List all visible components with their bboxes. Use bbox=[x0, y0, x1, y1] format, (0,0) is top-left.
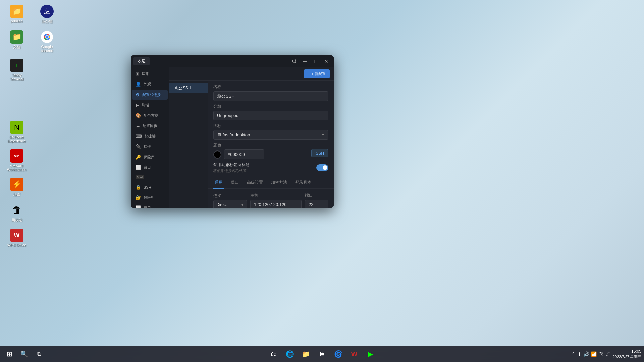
vault-icon: 🔑 bbox=[136, 155, 141, 160]
color-input[interactable] bbox=[224, 149, 264, 159]
config-list-item[interactable]: 愈公SSH bbox=[169, 83, 208, 93]
toggle-info: 禁用动态标签页标题 将使用连接名称代替 bbox=[213, 162, 316, 173]
taskbar-left: ⊞ 🔍 ⧉ bbox=[3, 347, 46, 361]
taskbar-tabby[interactable]: ▶ bbox=[363, 347, 378, 361]
chevron-up-icon[interactable]: ⌃ bbox=[571, 351, 575, 357]
settings-button[interactable]: ⚙ bbox=[289, 57, 299, 66]
sidebar-item-shortcuts[interactable]: ⌨ 快捷键 bbox=[132, 131, 168, 141]
toggle-row: 禁用动态标签页标题 将使用连接名称代替 bbox=[213, 162, 328, 173]
name-label: 名称 bbox=[213, 84, 328, 90]
sidebar-item-plugins[interactable]: 🔌 插件 bbox=[132, 142, 168, 152]
minimize-button[interactable]: ─ bbox=[300, 57, 310, 66]
desktop-icon-nvidia[interactable]: N Gt-Force Experience bbox=[3, 119, 30, 144]
clock-time: 16:05 bbox=[613, 349, 641, 354]
desktop-icon-orange[interactable]: ⚡ 迅雷 bbox=[3, 176, 30, 198]
taskview-button[interactable]: ⧉ bbox=[32, 347, 46, 361]
color-label: 颜色 bbox=[213, 142, 307, 148]
folder-taskbar-icon: 📁 bbox=[302, 350, 310, 358]
group-label: 分组 bbox=[213, 104, 328, 109]
plus-icon: + bbox=[308, 72, 310, 76]
fileexplorer-icon: 🗂 bbox=[270, 350, 277, 358]
language-label-en[interactable]: 英 bbox=[599, 351, 603, 357]
desktop-icon-app1[interactable]: 应 应公链 bbox=[34, 3, 60, 25]
taskbar-chrome[interactable]: 🌐 bbox=[282, 347, 297, 361]
connection-select[interactable]: Direct ▼ bbox=[213, 200, 247, 208]
colorscheme-icon: 🎨 bbox=[136, 113, 141, 118]
toggle-switch[interactable] bbox=[316, 164, 328, 171]
taskbar-terminal[interactable]: 🖥 bbox=[315, 347, 329, 361]
green-folder-icon: 📁 bbox=[10, 30, 23, 44]
sync-icon: ☁ bbox=[136, 123, 140, 128]
sidebar-item-colorscheme[interactable]: 🎨 配色方案 bbox=[132, 111, 168, 120]
name-input[interactable] bbox=[213, 91, 328, 101]
sidebar-item-password[interactable]: 🔐 保险柜 bbox=[132, 193, 168, 202]
desktop-icon-label: WPS Office bbox=[7, 243, 26, 247]
group-input[interactable] bbox=[213, 111, 328, 120]
tab-general[interactable]: 通用 bbox=[213, 177, 224, 189]
window-tab-welcome[interactable]: 欢迎 bbox=[133, 57, 150, 65]
desktop-icon-area: 📁 publish 应 应公链 📁 文档 bbox=[3, 3, 60, 248]
content-split: 愈公SSH 名称 bbox=[169, 81, 334, 208]
taskbar-edge[interactable]: 🌀 bbox=[331, 347, 345, 361]
desktop-icon-folder1[interactable]: 📁 文档 bbox=[3, 29, 30, 54]
tab-proxy[interactable]: 加密方法 bbox=[270, 177, 288, 189]
desktop-icon-tabby[interactable]: T Tabby Terminal bbox=[3, 57, 30, 82]
sidebar-item-vault[interactable]: 🔑 保险库 bbox=[132, 152, 168, 162]
start-icon: ⊞ bbox=[7, 350, 12, 358]
sidebar-item-apps[interactable]: ⊞ 应用 bbox=[132, 69, 168, 79]
volume-icon[interactable]: 🔊 bbox=[583, 351, 589, 357]
color-swatch[interactable] bbox=[213, 150, 221, 159]
port-input[interactable] bbox=[305, 200, 328, 208]
sidebar-item-ssh[interactable]: 🔒 SSH bbox=[132, 182, 168, 192]
maximize-button[interactable]: □ bbox=[311, 57, 320, 66]
start-button[interactable]: ⊞ bbox=[3, 347, 16, 361]
sidebar-item-config[interactable]: ⚙ 配置和连接 bbox=[132, 90, 168, 100]
color-form-group: 颜色 bbox=[213, 142, 307, 159]
icon-form-group: 图标 🖥 fas fa-desktop ▼ bbox=[213, 123, 328, 140]
portals-icon: ⬜ bbox=[136, 205, 141, 208]
taskview-icon: ⧉ bbox=[37, 351, 41, 357]
taskbar-fileexplorer[interactable]: 🗂 bbox=[266, 347, 281, 361]
network-icon[interactable]: 📶 bbox=[591, 351, 597, 357]
chrome-icon bbox=[40, 30, 54, 44]
edge-icon: 🌀 bbox=[334, 350, 342, 358]
language-label-cn[interactable]: 拼 bbox=[606, 351, 610, 357]
new-config-button[interactable]: + + 新配置 bbox=[304, 69, 330, 78]
sidebar: ⊞ 应用 👤 外观 ⚙ 配置和连接 ▶ 终端 🎨 配色方案 bbox=[131, 67, 169, 208]
sidebar-item-sync[interactable]: ☁ 配置同步 bbox=[132, 121, 168, 131]
tab-advanced[interactable]: 高级设置 bbox=[246, 177, 264, 189]
search-button[interactable]: 🔍 bbox=[17, 347, 31, 361]
ssh-badge[interactable]: SSH bbox=[311, 149, 328, 157]
desktop-icon-publish[interactable]: 📁 publish bbox=[3, 3, 30, 25]
taskbar-time[interactable]: 16:05 2022/7/27 星期三 bbox=[613, 349, 641, 359]
sidebar-item-terminal[interactable]: ▶ 终端 bbox=[132, 100, 168, 110]
sidebar-item-portals[interactable]: ⬜ 窗口 bbox=[132, 203, 168, 208]
desktop-icon-label: publish bbox=[11, 19, 23, 23]
desktop-icon-chrome[interactable]: Google chrome bbox=[34, 29, 60, 54]
tab-terminal[interactable]: 端口 bbox=[229, 177, 240, 189]
host-input[interactable] bbox=[250, 200, 302, 208]
sidebar-item-window[interactable]: ⬜ 窗口 bbox=[132, 163, 168, 172]
taskbar-wps[interactable]: W bbox=[347, 347, 362, 361]
plugins-icon: 🔌 bbox=[136, 144, 141, 149]
wps-taskbar-icon: W bbox=[351, 350, 358, 358]
desktop-icon-recycle[interactable]: 🗑 回收站 bbox=[3, 202, 30, 224]
close-button[interactable]: ✕ bbox=[322, 57, 331, 66]
orange-icon: ⚡ bbox=[10, 178, 23, 191]
icon-selector[interactable]: 🖥 fas fa-desktop ▼ bbox=[213, 130, 328, 140]
toggle-sub: 将使用连接名称代替 bbox=[213, 168, 316, 173]
window-titlebar: 欢迎 ⚙ ─ □ ✕ bbox=[131, 55, 334, 67]
taskbar: ⊞ 🔍 ⧉ 🗂 🌐 📁 🖥 🌀 bbox=[0, 346, 644, 362]
taskbar-folder[interactable]: 📁 bbox=[299, 347, 313, 361]
config-list-panel: 愈公SSH bbox=[169, 81, 208, 208]
desktop-icon-wps[interactable]: W WPS Office bbox=[3, 227, 30, 248]
tab-login[interactable]: 登录脚本 bbox=[294, 177, 313, 189]
sidebar-item-profile[interactable]: 👤 外观 bbox=[132, 79, 168, 89]
taskbar-center: 🗂 🌐 📁 🖥 🌀 W ▶ bbox=[266, 347, 378, 361]
chevron-down-icon: ▼ bbox=[321, 133, 325, 137]
sidebar-item-shell[interactable]: Shell bbox=[132, 173, 168, 182]
svg-point-4 bbox=[46, 36, 48, 38]
desktop-icon-vmware[interactable]: VM VMware Workstation bbox=[3, 148, 30, 173]
desktop-icon-label: 迅雷 bbox=[13, 192, 20, 197]
desktop-symbol: 🖥 bbox=[217, 132, 223, 137]
